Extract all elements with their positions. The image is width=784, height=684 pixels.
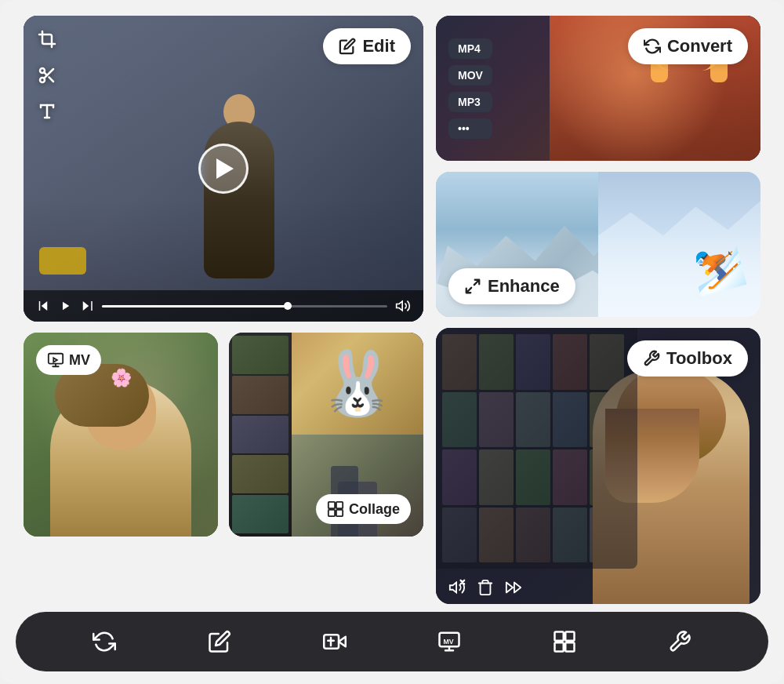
enhance-button[interactable]: Enhance (448, 268, 575, 304)
skip-back-button[interactable] (36, 299, 50, 313)
format-mp3[interactable]: MP3 (448, 92, 492, 112)
mv-btn-icon (47, 351, 64, 369)
format-badges: MP4 MOV MP3 ••• (448, 38, 492, 139)
yellow-car (39, 247, 86, 275)
left-toolbar (34, 27, 60, 124)
strip-item-1 (232, 336, 289, 374)
flower-crown: 🌸 (111, 368, 132, 388)
svg-marker-8 (450, 583, 456, 593)
volume-button[interactable] (395, 298, 411, 314)
bottom-row: 🌸 MV (24, 333, 423, 537)
svg-rect-18 (565, 642, 574, 651)
toolbox-button[interactable]: Toolbox (627, 340, 748, 377)
nav-enhance-icon[interactable] (318, 624, 352, 659)
format-mp4[interactable]: MP4 (448, 38, 492, 59)
collage-button[interactable]: Collage (316, 494, 411, 524)
collage-main-image (292, 333, 423, 435)
enhance-btn-icon (464, 278, 481, 295)
collage-card[interactable]: Collage (229, 333, 423, 537)
play-pause-button[interactable] (58, 299, 72, 313)
play-button[interactable] (198, 144, 249, 194)
svg-rect-6 (328, 510, 335, 516)
mv-label: MV (69, 352, 90, 369)
enhance-card[interactable]: ⛷️ Enhance (436, 172, 760, 317)
skip-forward-button[interactable] (80, 299, 94, 313)
strip-item-2 (232, 376, 289, 414)
progress-fill (102, 305, 288, 307)
format-more[interactable]: ••• (448, 118, 492, 139)
nav-convert-icon[interactable] (87, 624, 122, 659)
convert-card[interactable]: MP4 MOV MP3 ••• Convert (436, 16, 760, 161)
collage-film-strip (229, 333, 292, 537)
svg-rect-7 (336, 510, 343, 516)
svg-marker-11 (339, 637, 346, 647)
mv-girl: 🌸 (42, 364, 199, 537)
progress-bar[interactable] (102, 305, 387, 307)
svg-rect-15 (554, 632, 563, 641)
svg-marker-10 (506, 583, 513, 593)
nav-toolbox-icon[interactable] (662, 624, 697, 659)
toolbox-card[interactable]: Toolbox (436, 328, 760, 604)
svg-rect-4 (328, 502, 335, 508)
video-editor-card[interactable]: Edit (24, 16, 423, 322)
collage-btn-icon (327, 500, 344, 518)
main-content: Edit (0, 0, 784, 612)
progress-thumb (284, 302, 292, 310)
convert-btn-icon (644, 38, 661, 55)
app-container: Edit (0, 0, 784, 684)
mv-card[interactable]: 🌸 MV (24, 333, 218, 537)
text-icon[interactable] (34, 99, 60, 124)
left-column: Edit (24, 16, 423, 604)
crop-icon[interactable] (34, 27, 60, 52)
fast-forward-icon[interactable] (505, 579, 522, 596)
svg-rect-17 (554, 642, 563, 651)
edit-label: Edit (362, 36, 395, 56)
collage-label: Collage (349, 501, 400, 518)
strip-item-3 (232, 416, 289, 454)
svg-rect-5 (336, 502, 343, 508)
screen-overlay (436, 328, 637, 569)
mv-button[interactable]: MV (36, 345, 101, 375)
svg-text:MV: MV (444, 638, 454, 646)
nav-edit-icon[interactable] (202, 624, 237, 659)
convert-button[interactable]: Convert (628, 28, 748, 64)
bottom-nav: MV (16, 612, 768, 671)
convert-label: Convert (667, 36, 732, 56)
volume-plus-icon[interactable] (448, 579, 466, 596)
right-column: MP4 MOV MP3 ••• Convert (436, 16, 760, 604)
video-controls (24, 290, 423, 322)
scissors-icon[interactable] (34, 63, 60, 88)
format-mov[interactable]: MOV (448, 65, 492, 86)
enhance-right-panel: ⛷️ (598, 172, 760, 317)
svg-marker-2 (397, 301, 403, 311)
play-triangle (216, 158, 234, 179)
svg-marker-9 (514, 583, 521, 593)
toolbox-bottom-bar (448, 579, 522, 596)
toolbox-btn-icon (643, 350, 660, 367)
edit-btn-icon (339, 38, 356, 55)
strip-item-4 (232, 455, 289, 493)
nav-mv-icon[interactable]: MV (432, 624, 466, 659)
nav-collage-icon[interactable] (547, 624, 582, 659)
erase-icon[interactable] (477, 579, 494, 596)
enhance-label: Enhance (488, 276, 560, 297)
toolbox-label: Toolbox (666, 348, 732, 369)
strip-item-5 (232, 495, 289, 533)
edit-button[interactable]: Edit (323, 28, 411, 64)
svg-rect-16 (565, 632, 574, 641)
